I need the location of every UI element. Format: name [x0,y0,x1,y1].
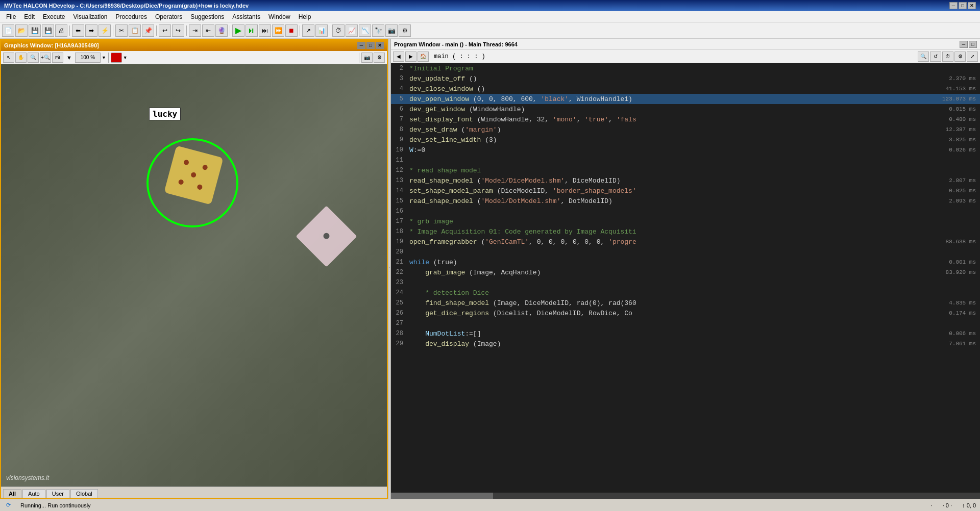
code-line-11: 11 [391,155,980,165]
redo-btn[interactable]: ↪ [172,24,184,37]
menu-suggestions[interactable]: Suggestions [186,12,228,21]
goto-btn[interactable]: ↗ [302,24,314,37]
assistant-btn[interactable]: 🔮 [215,24,228,37]
graphics-toolbar: ↖ ✋ 🔍 +🔍 Fit ▼ 100 % ▼ ▼ 📷 ⚙ [1,51,387,64]
menu-execute[interactable]: Execute [39,12,69,21]
breadcrumb: main ( : : : ) [434,53,485,60]
graphics-maximize[interactable]: □ [366,42,375,49]
gtb-zoom-in[interactable]: +🔍 [40,53,51,63]
gtb-settings[interactable]: ⚙ [374,53,385,63]
tab-global[interactable]: Global [70,489,98,498]
graphics-title-controls: ─ □ ✕ [357,42,384,49]
camera-btn[interactable]: 📷 [385,24,398,37]
step-btn[interactable]: ⏭ [259,24,271,37]
prog-forward[interactable]: ▶ [405,52,416,62]
print-btn[interactable]: 🖨 [55,24,67,37]
dice-dot-1 [183,159,189,165]
menu-assistants[interactable]: Assistants [228,12,264,21]
bar-chart-btn[interactable]: 📈 [346,24,358,37]
code-editor[interactable]: 2 *Initial Program 3 dev_update_off () 2… [391,63,980,493]
graphics-canvas: lucky visionsystems.it [1,64,387,487]
menu-operators[interactable]: Operators [151,12,186,21]
gtb-color[interactable] [111,53,122,63]
code-line-7: 7 set_display_font (WindowHandle, 32, 'm… [391,114,980,124]
gtb-zoom-percent[interactable]: 100 % [75,53,101,63]
program-window: Program Window - main () - Main Thread: … [391,39,980,499]
cut-btn[interactable]: ✂ [115,24,128,37]
indent-btn[interactable]: ⇥ [189,24,201,37]
program-minimize[interactable]: ─ [960,41,968,48]
close-button[interactable]: ✕ [968,2,976,9]
zoom-level-label: ▼ [66,55,72,61]
menu-edit[interactable]: Edit [20,12,39,21]
export-btn[interactable]: ➡ [85,24,97,37]
run-btn[interactable]: ▶ [232,24,244,37]
graphics-window: Graphics Window: [H16A9A305490] ─ □ ✕ ↖ … [0,39,388,499]
scrollbar-thumb[interactable] [391,493,493,499]
menu-procedures[interactable]: Procedures [112,12,151,21]
status-right2: ↑ 0, 0 [962,502,976,508]
menu-visualization[interactable]: Visualization [69,12,111,21]
gtb-snapshot[interactable]: 📷 [361,53,373,63]
gtb-cursor[interactable]: ↖ [3,53,14,63]
status-bar: ⟳ Running... Run continuously · · 0 · ↑ … [0,499,980,511]
main-toolbar: 📄 📂 💾 💾 🖨 ⬅ ➡ ⚡ ✂ 📋 📌 ↩ ↪ ⇥ ⇤ 🔮 ▶ ⏯ ⏭ ⏩ … [0,22,980,39]
tab-user[interactable]: User [46,489,69,498]
paste-btn[interactable]: 📌 [142,24,154,37]
graphics-minimize[interactable]: ─ [357,42,365,49]
code-line-18: 18 * Image Acquisition 01: Code generate… [391,226,980,237]
save-as-btn[interactable]: 💾 [42,24,54,37]
stop-btn[interactable]: ⏹ [285,24,298,37]
app-title: MVTec HALCON HDevelop - C:/Users/98936/D… [4,3,249,9]
save-btn[interactable]: 💾 [29,24,41,37]
outdent-btn[interactable]: ⇤ [202,24,214,37]
menu-file[interactable]: File [2,12,20,21]
plot-btn[interactable]: 📉 [359,24,371,37]
program-maximize[interactable]: □ [969,41,977,48]
minimize-button[interactable]: ─ [949,2,958,9]
undo-btn[interactable]: ↩ [159,24,171,37]
timer-btn[interactable]: ⏱ [332,24,345,37]
dice-dot-5 [197,184,203,190]
code-line-25: 25 find_shape_model (Image, DiceModelID,… [391,298,980,308]
import-btn[interactable]: ⬅ [72,24,84,37]
code-line-12: 12 * read shape model [391,165,980,175]
toolbar-sep7 [330,25,330,36]
run-cont-btn[interactable]: ⏯ [246,24,258,37]
prog-home[interactable]: 🏠 [418,52,429,62]
gtb-zoom-fit[interactable]: Fit [52,53,63,63]
step-over-btn[interactable]: ⏩ [272,24,284,37]
new-btn[interactable]: 📄 [2,24,14,37]
zoom-dropdown[interactable]: ▼ [102,55,106,60]
ext-btn[interactable]: ⚡ [99,24,111,37]
extra-btn[interactable]: ⚙ [399,24,411,37]
profile-btn[interactable]: 📊 [315,24,328,37]
menu-help[interactable]: Help [295,12,315,21]
graphics-close[interactable]: ✕ [376,42,384,49]
code-line-10: 10 W:=0 0.026 ms [391,145,980,155]
gtb-zoom-rect[interactable]: 🔍 [28,53,39,63]
prog-expand[interactable]: ⤢ [967,52,978,62]
gtb-color-arrow[interactable]: ▼ [123,55,128,60]
code-line-2: 2 *Initial Program [391,63,980,73]
gtb-pan[interactable]: ✋ [15,53,27,63]
prog-back[interactable]: ◀ [393,52,404,62]
menu-window[interactable]: Window [264,12,295,21]
tab-all[interactable]: All [3,489,21,498]
prog-refresh[interactable]: ↺ [930,52,941,62]
tab-auto[interactable]: Auto [22,489,45,498]
open-btn[interactable]: 📂 [15,24,28,37]
prog-timer[interactable]: ⏱ [942,52,953,62]
code-line-15: 15 read_shape_model ('Model/DotModel.shm… [391,196,980,206]
status-right: · · 0 · ↑ 0, 0 [931,502,976,508]
copy-btn[interactable]: 📋 [129,24,141,37]
toolbar-sep5 [230,25,230,36]
prog-settings[interactable]: ⚙ [954,52,966,62]
code-scrollbar[interactable] [391,493,980,499]
title-bar-controls: ─ □ ✕ [949,2,976,9]
code-line-21: 21 while (true) 0.001 ms [391,257,980,267]
prog-search[interactable]: 🔍 [918,52,929,62]
scope-btn[interactable]: 🔭 [372,24,384,37]
maximize-button[interactable]: □ [959,2,967,9]
program-title-controls: ─ □ [960,41,977,48]
